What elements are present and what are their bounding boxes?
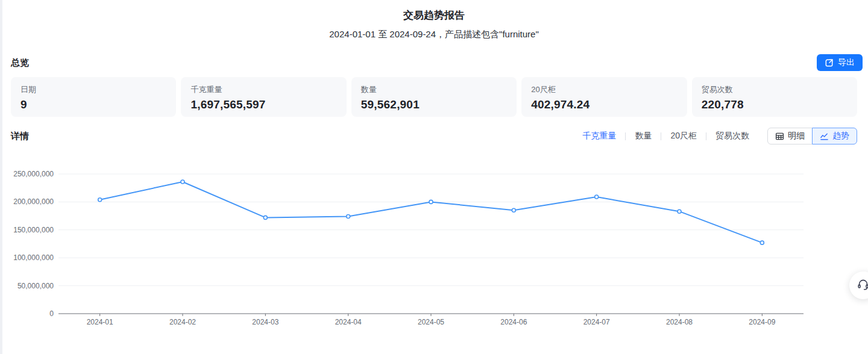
report-header: 交易趋势报告 2024-01-01 至 2024-09-24，产品描述包含"fu… (0, 0, 868, 40)
view-toggle: 明细 趋势 (767, 128, 857, 144)
data-point-marker (512, 208, 515, 212)
data-point-marker (678, 210, 681, 213)
details-controls: 千克重量 数量 20尺柜 贸易次数 明细 (582, 128, 857, 144)
card-label: 日期 (20, 84, 166, 95)
data-point-marker (263, 216, 267, 219)
metric-tabs: 千克重量 数量 20尺柜 贸易次数 (582, 131, 749, 141)
tab-kg-weight[interactable]: 千克重量 (582, 131, 616, 141)
details-section-header: 详情 千克重量 数量 20尺柜 贸易次数 (0, 128, 868, 144)
details-heading: 详情 (11, 131, 29, 142)
x-axis-tick-label: 2024-09 (749, 318, 775, 326)
x-axis-tick-label: 2024-03 (252, 318, 278, 326)
data-point-marker (98, 198, 102, 202)
card-value: 59,562,901 (361, 98, 507, 111)
trend-line-chart: 050,000,000100,000,000150,000,000200,000… (0, 144, 868, 343)
card-value: 402,974.24 (531, 98, 677, 111)
tab-quantity[interactable]: 数量 (635, 131, 652, 141)
data-point-marker (347, 215, 350, 219)
card-quantity: 数量 59,562,901 (351, 77, 517, 117)
detail-view-label: 明细 (788, 131, 805, 141)
card-label: 20尺柜 (531, 84, 677, 95)
x-axis-tick-label: 2024-07 (583, 318, 610, 326)
y-axis-tick-label: 0 (49, 309, 54, 318)
tab-teu[interactable]: 20尺柜 (670, 131, 697, 141)
overview-cards: 日期 9 千克重量 1,697,565,597 数量 59,562,901 20… (11, 77, 857, 117)
table-icon (775, 132, 784, 141)
data-point-marker (429, 200, 433, 203)
y-axis-tick-label: 250,000,000 (13, 170, 54, 178)
overview-heading: 总览 (11, 57, 29, 69)
card-label: 千克重量 (190, 84, 336, 95)
headset-icon (857, 278, 868, 293)
y-axis-tick-label: 100,000,000 (13, 253, 54, 262)
card-date: 日期 9 (11, 77, 176, 117)
x-axis-tick-label: 2024-01 (87, 318, 113, 326)
export-button[interactable]: 导出 (817, 54, 863, 71)
tab-separator (625, 132, 626, 140)
card-kg-weight: 千克重量 1,697,565,597 (181, 77, 346, 117)
page-subtitle: 2024-01-01 至 2024-09-24，产品描述包含"furniture… (0, 29, 868, 40)
x-axis-tick-label: 2024-05 (418, 318, 444, 326)
x-axis-tick-label: 2024-06 (500, 318, 527, 326)
tab-separator (661, 132, 661, 140)
card-trade-count: 贸易次数 220,778 (692, 77, 857, 117)
tab-separator (706, 132, 706, 140)
y-axis-tick-label: 50,000,000 (17, 282, 54, 290)
card-label: 贸易次数 (702, 84, 848, 95)
x-axis-tick-label: 2024-04 (335, 318, 362, 326)
data-point-marker (595, 195, 599, 199)
y-axis-tick-label: 150,000,000 (13, 226, 54, 234)
trend-chart-svg: 050,000,000100,000,000150,000,000200,000… (0, 144, 868, 343)
trend-icon (820, 132, 829, 141)
card-label: 数量 (361, 84, 507, 95)
x-axis-tick-label: 2024-08 (666, 318, 693, 326)
export-icon (825, 58, 834, 67)
export-button-label: 导出 (838, 57, 855, 68)
trend-view-button[interactable]: 趋势 (812, 128, 857, 144)
y-axis-tick-label: 200,000,000 (13, 197, 54, 206)
card-value: 220,778 (702, 98, 848, 111)
x-axis-tick-label: 2024-02 (169, 318, 196, 326)
overview-section-header: 总览 导出 (0, 54, 868, 71)
card-teu: 20尺柜 402,974.24 (521, 77, 687, 117)
data-point-marker (760, 241, 764, 244)
data-point-marker (181, 180, 184, 184)
card-value: 9 (20, 98, 166, 111)
trend-view-label: 趋势 (832, 131, 849, 141)
page-title: 交易趋势报告 (0, 8, 868, 22)
card-value: 1,697,565,597 (190, 98, 336, 111)
detail-view-button[interactable]: 明细 (767, 128, 813, 144)
tab-trade-count[interactable]: 贸易次数 (715, 131, 749, 141)
